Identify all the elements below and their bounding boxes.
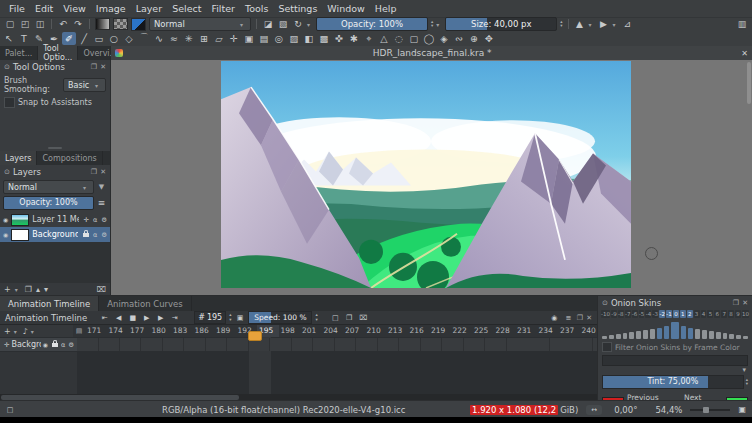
frame-tick-201[interactable]: 201 bbox=[300, 325, 322, 337]
chevron-down-icon[interactable]: ▾ bbox=[307, 21, 313, 28]
onion-number-2[interactable]: 2 bbox=[687, 310, 693, 318]
onion-bar--2[interactable] bbox=[657, 328, 662, 339]
canvas-vertical-scrollbar[interactable] bbox=[747, 62, 751, 292]
snap-to-assistants-checkbox[interactable] bbox=[4, 97, 15, 108]
zoom-slider-handle[interactable] bbox=[703, 407, 709, 413]
frame-tick-204[interactable]: 204 bbox=[322, 325, 344, 337]
tool-select-shapes[interactable]: ↖ bbox=[2, 32, 16, 45]
visibility-eye-icon[interactable]: ◉ bbox=[3, 216, 8, 223]
onion-number-4[interactable]: 4 bbox=[701, 310, 707, 318]
layer-opacity-slider[interactable]: Opacity: 100% bbox=[3, 196, 94, 210]
menu-image[interactable]: Image bbox=[91, 1, 131, 16]
delete-frame-button[interactable]: ⌧ bbox=[358, 314, 369, 322]
frame-tick-225[interactable]: 225 bbox=[472, 325, 494, 337]
reload-preset-button[interactable]: ↻ bbox=[292, 18, 304, 30]
open-document-button[interactable]: ◰ bbox=[19, 18, 31, 30]
frame-tick-207[interactable]: 207 bbox=[343, 325, 365, 337]
timeline-menu-icon[interactable]: ≡ bbox=[563, 314, 574, 322]
frame-color-select[interactable] bbox=[602, 355, 748, 366]
brush-smoothing-select[interactable]: Basic ▾ bbox=[63, 78, 106, 92]
frame-tick-219[interactable]: 219 bbox=[429, 325, 451, 337]
snap-options-button[interactable]: ⊿ bbox=[622, 18, 634, 30]
brush-size-slider[interactable]: Size: 40,00 px bbox=[445, 17, 557, 31]
timeline-layer-label[interactable]: ✛ Background ◉ α ⚙ bbox=[0, 338, 77, 351]
gradient-chooser-button[interactable] bbox=[95, 18, 110, 30]
tool-pattern-edit[interactable]: ▨ bbox=[287, 32, 301, 45]
pin-icon[interactable]: ✛ bbox=[83, 216, 88, 224]
tool-text[interactable]: T bbox=[17, 32, 31, 45]
tool-move[interactable]: ✛ bbox=[227, 32, 241, 45]
onion-number--1[interactable]: -1 bbox=[666, 310, 672, 318]
frame-tick-189[interactable]: 189 bbox=[214, 325, 236, 337]
size-spin-buttons[interactable]: ▴▾ bbox=[560, 20, 562, 29]
timeline-layer-row[interactable]: ✛ Background ◉ α ⚙ bbox=[0, 338, 597, 351]
tab-tool-options[interactable]: Tool Optio... bbox=[38, 46, 78, 60]
painting-canvas[interactable] bbox=[221, 61, 631, 288]
menu-layer[interactable]: Layer bbox=[131, 1, 168, 16]
zoom-slider[interactable] bbox=[690, 409, 730, 411]
onion-number--6[interactable]: -6 bbox=[632, 310, 638, 318]
opacity-spin-buttons[interactable]: ▴▾ bbox=[431, 20, 433, 29]
next-frame-button[interactable]: ▶ bbox=[155, 314, 166, 322]
redo-button[interactable]: ↷ bbox=[72, 18, 84, 30]
menu-edit[interactable]: Edit bbox=[30, 1, 58, 16]
tab-palette[interactable]: Palet... bbox=[0, 46, 38, 60]
chevron-down-icon[interactable]: ▾ bbox=[31, 328, 37, 335]
float-docker-icon[interactable]: ❐ bbox=[91, 168, 97, 176]
onion-bar-1[interactable] bbox=[681, 326, 686, 339]
tool-colorize-mask[interactable]: ✱ bbox=[347, 32, 361, 45]
onion-number--3[interactable]: -3 bbox=[652, 310, 658, 318]
canvas-rotation-value[interactable]: 0,00° bbox=[614, 405, 637, 415]
layer-options-menu-icon[interactable]: ≡ bbox=[96, 198, 107, 208]
frame-tick-240[interactable]: 240 bbox=[580, 325, 598, 337]
playback-options-button[interactable]: ▶ bbox=[598, 18, 610, 30]
chevron-down-icon[interactable]: ▾ bbox=[436, 21, 442, 28]
layer-style-gear-icon[interactable]: ⚙ bbox=[68, 341, 74, 349]
tool-polygon-select[interactable]: ◈ bbox=[437, 32, 451, 45]
frame-tick-228[interactable]: 228 bbox=[494, 325, 516, 337]
frame-tick-237[interactable]: 237 bbox=[558, 325, 580, 337]
frame-tick-234[interactable]: 234 bbox=[537, 325, 559, 337]
menu-view[interactable]: View bbox=[58, 1, 91, 16]
skip-to-start-button[interactable]: ⇤ bbox=[99, 314, 110, 322]
onion-bar--6[interactable] bbox=[629, 332, 634, 339]
tool-bezier-curve[interactable]: ∿ bbox=[152, 32, 166, 45]
menu-filter[interactable]: Filter bbox=[206, 1, 240, 16]
layer-blending-mode-select[interactable]: Normal ▾ bbox=[3, 180, 94, 194]
onion-number--9[interactable]: -9 bbox=[611, 310, 617, 318]
save-document-button[interactable]: ◫ bbox=[34, 18, 46, 30]
undo-button[interactable]: ↶ bbox=[57, 18, 69, 30]
inherit-alpha-icon[interactable]: α bbox=[61, 341, 65, 349]
add-layer-button[interactable]: + bbox=[4, 285, 11, 294]
brush-preset-chooser-button[interactable] bbox=[131, 18, 146, 31]
onion-bar-5[interactable] bbox=[709, 331, 714, 339]
canvas-only-mode-icon[interactable]: ▣ bbox=[738, 405, 746, 414]
tool-pan[interactable]: ✥ bbox=[482, 32, 496, 45]
tool-ellipse-select[interactable]: ◯ bbox=[422, 32, 436, 45]
tool-crop[interactable]: ▣ bbox=[242, 32, 256, 45]
layer-style-gear-icon[interactable]: ⚙ bbox=[101, 231, 107, 239]
close-docker-icon[interactable]: ✕ bbox=[742, 299, 748, 307]
tool-multibrush[interactable]: ⊞ bbox=[197, 32, 211, 45]
onion-number--8[interactable]: -8 bbox=[618, 310, 624, 318]
onion-bar--4[interactable] bbox=[643, 330, 648, 339]
document-titlebar[interactable]: HDR_landscape_final.kra * ✕ bbox=[111, 46, 752, 60]
tab-compositions[interactable]: Compositions bbox=[37, 151, 102, 165]
audio-options-button[interactable]: ♪ bbox=[23, 327, 28, 336]
frame-tick-216[interactable]: 216 bbox=[408, 325, 430, 337]
tool-dynamic-brush[interactable]: ✳ bbox=[182, 32, 196, 45]
onion-number-3[interactable]: 3 bbox=[694, 310, 700, 318]
tool-assistants[interactable]: ⌖ bbox=[362, 32, 376, 45]
onion-bar-3[interactable] bbox=[695, 329, 700, 339]
tool-rect-select[interactable]: ▢ bbox=[407, 32, 421, 45]
duplicate-layer-button[interactable]: ❐ bbox=[25, 285, 32, 294]
menu-file[interactable]: File bbox=[4, 1, 30, 16]
tool-ellipse[interactable]: ○ bbox=[107, 32, 121, 45]
onion-bar-6[interactable] bbox=[716, 332, 721, 339]
choose-workspace-button[interactable]: ▥ bbox=[736, 18, 748, 30]
layer-row-layer11[interactable]: ◉ Layer 11 Me... ✛ α ⚙ bbox=[0, 212, 110, 227]
close-docker-icon[interactable]: ✕ bbox=[586, 314, 592, 322]
selection-display-icon[interactable]: □ bbox=[6, 404, 14, 416]
pattern-chooser-button[interactable] bbox=[113, 18, 128, 30]
onion-number--4[interactable]: -4 bbox=[645, 310, 651, 318]
